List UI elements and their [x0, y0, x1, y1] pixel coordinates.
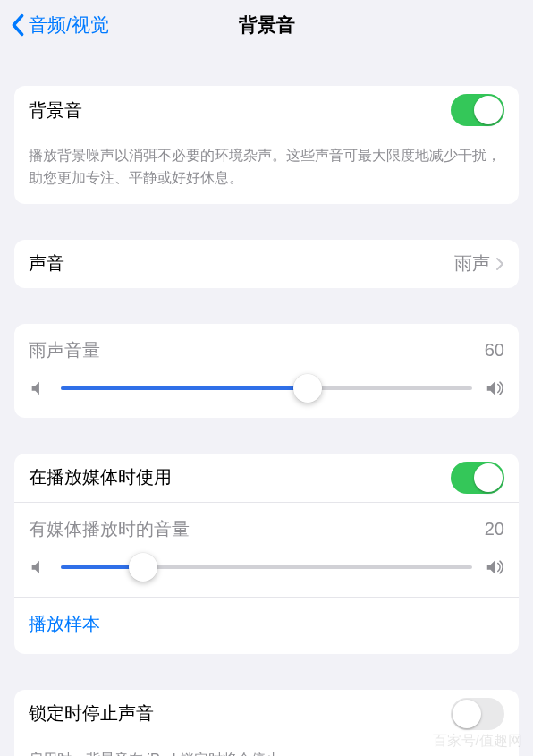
navbar: 音频/视觉 背景音: [0, 0, 533, 50]
media-volume-block: 有媒体播放时的音量 20: [14, 502, 519, 597]
group-background-sound: 背景音 播放背景噪声以消弭不必要的环境杂声。这些声音可最大限度地减少干扰，助您更…: [14, 86, 519, 204]
row-sound-select[interactable]: 声音 雨声: [14, 240, 519, 288]
chevron-right-icon: [495, 257, 504, 271]
content: 背景音 播放背景噪声以消弭不必要的环境杂声。这些声音可最大限度地减少干扰，助您更…: [0, 86, 533, 756]
media-volume-value: 20: [485, 519, 504, 539]
rain-volume-value: 60: [485, 340, 504, 361]
back-label: 音频/视觉: [29, 13, 109, 38]
stop-on-lock-label: 锁定时停止声音: [29, 701, 154, 726]
use-with-media-switch[interactable]: [451, 462, 504, 494]
media-volume-label: 有媒体播放时的音量: [29, 517, 190, 541]
background-sound-switch[interactable]: [451, 94, 504, 126]
volume-high-icon: [485, 378, 504, 398]
rain-volume-block: 雨声音量 60: [14, 324, 519, 418]
volume-high-icon: [485, 557, 504, 577]
use-with-media-label: 在播放媒体时使用: [29, 465, 172, 489]
group-rain-volume: 雨声音量 60: [14, 324, 519, 418]
rain-volume-label: 雨声音量: [29, 338, 100, 362]
sound-value: 雨声: [454, 251, 490, 276]
row-background-sound-toggle: 背景音: [14, 86, 519, 134]
background-sound-label: 背景音: [29, 98, 82, 123]
volume-low-icon: [29, 378, 48, 398]
stop-on-lock-footer: 启用时，背景音在 iPad 锁定时将会停止。: [14, 738, 519, 756]
group-stop-on-lock: 锁定时停止声音 启用时，背景音在 iPad 锁定时将会停止。: [14, 690, 519, 756]
stop-on-lock-switch[interactable]: [451, 698, 504, 730]
row-use-with-media-toggle: 在播放媒体时使用: [14, 454, 519, 502]
group-media-playing: 在播放媒体时使用 有媒体播放时的音量 20 播放样本: [14, 454, 519, 654]
play-sample-link[interactable]: 播放样本: [14, 597, 519, 654]
volume-low-icon: [29, 557, 48, 577]
row-stop-on-lock-toggle: 锁定时停止声音: [14, 690, 519, 738]
chevron-left-icon: [9, 13, 27, 38]
back-button[interactable]: 音频/视觉: [9, 13, 109, 38]
group-sound-select: 声音 雨声: [14, 240, 519, 288]
rain-volume-slider[interactable]: [61, 386, 472, 390]
sound-label: 声音: [29, 251, 64, 276]
media-volume-slider[interactable]: [61, 565, 472, 569]
background-sound-footer: 播放背景噪声以消弭不必要的环境杂声。这些声音可最大限度地减少干扰，助您更加专注、…: [14, 134, 519, 204]
